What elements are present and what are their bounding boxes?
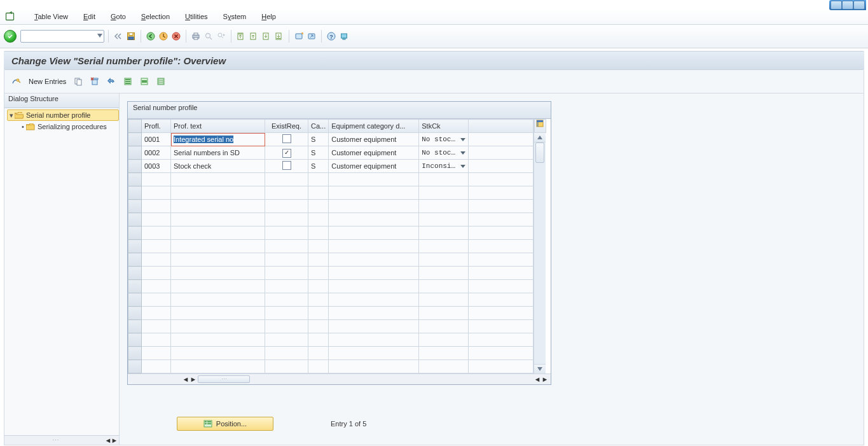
prev-page-icon[interactable]	[248, 31, 259, 42]
scroll-left-icon[interactable]: ◄	[105, 437, 111, 443]
print-icon[interactable]	[190, 31, 202, 42]
menu-utilities[interactable]: Utilities	[185, 13, 207, 20]
undo-icon[interactable]	[106, 76, 117, 87]
cell-cat[interactable]: S	[308, 160, 329, 173]
find-icon[interactable]	[203, 31, 214, 42]
empty-cell[interactable]	[142, 240, 171, 253]
empty-cell[interactable]	[469, 320, 534, 333]
col-eqcatdesc[interactable]: Equipment category d...	[329, 120, 419, 133]
row-selector[interactable]	[128, 146, 142, 160]
row-selector[interactable]	[128, 160, 142, 173]
empty-cell[interactable]	[419, 240, 469, 253]
empty-cell[interactable]	[265, 320, 308, 333]
empty-cell[interactable]	[329, 253, 419, 267]
menu-edit[interactable]: Edit	[83, 13, 95, 20]
new-entries-button[interactable]: New Entries	[29, 78, 66, 85]
new-session-icon[interactable]	[293, 31, 305, 42]
row-selector[interactable]	[128, 133, 142, 146]
empty-cell[interactable]	[469, 347, 534, 360]
empty-cell[interactable]	[171, 240, 265, 253]
empty-cell[interactable]	[419, 347, 469, 360]
empty-cell[interactable]	[419, 333, 469, 347]
empty-cell[interactable]	[419, 307, 469, 320]
empty-cell[interactable]	[469, 240, 534, 253]
empty-cell[interactable]	[142, 280, 171, 293]
empty-cell[interactable]	[469, 186, 534, 200]
tree-node-serial-number-profile[interactable]: ▾ Serial number profile	[7, 109, 119, 121]
row-selector[interactable]	[128, 280, 142, 293]
collapse-icon[interactable]: ▾	[8, 111, 15, 120]
empty-cell[interactable]	[308, 213, 329, 226]
empty-cell[interactable]	[329, 320, 419, 333]
empty-cell[interactable]	[265, 333, 308, 347]
empty-cell[interactable]	[419, 293, 469, 307]
empty-cell[interactable]	[265, 173, 308, 186]
exit-icon[interactable]	[158, 31, 169, 42]
empty-cell[interactable]	[308, 320, 329, 333]
chevron-down-icon[interactable]	[460, 138, 465, 141]
empty-cell[interactable]	[308, 226, 329, 240]
scroll-thumb[interactable]	[535, 143, 544, 163]
empty-cell[interactable]	[469, 333, 534, 347]
find-next-icon[interactable]	[216, 31, 227, 42]
empty-cell[interactable]	[171, 173, 265, 186]
empty-cell[interactable]	[329, 213, 419, 226]
position-button[interactable]: Position...	[177, 417, 273, 431]
last-page-icon[interactable]	[273, 31, 285, 42]
empty-cell[interactable]	[171, 360, 265, 373]
row-selector[interactable]	[128, 307, 142, 320]
tree-hscroll[interactable]: ⋯ ◄ ►	[4, 435, 119, 445]
cell-stkck[interactable]: Inconsi…	[419, 160, 469, 173]
empty-cell[interactable]	[265, 347, 308, 360]
empty-cell[interactable]	[308, 200, 329, 213]
cell-profl[interactable]: 0002	[142, 146, 171, 160]
scroll-up-icon[interactable]	[534, 133, 546, 143]
close-button[interactable]	[853, 1, 865, 10]
empty-cell[interactable]	[171, 307, 265, 320]
help-icon[interactable]: ?	[326, 31, 337, 42]
empty-cell[interactable]	[308, 360, 329, 373]
empty-cell[interactable]	[308, 293, 329, 307]
empty-cell[interactable]	[329, 333, 419, 347]
empty-cell[interactable]	[419, 200, 469, 213]
cell-cat[interactable]: S	[308, 146, 329, 160]
col-existreq[interactable]: ExistReq.	[265, 120, 308, 133]
cell-existreq[interactable]	[265, 160, 308, 173]
col-profl[interactable]: Profl.	[142, 120, 171, 133]
empty-cell[interactable]	[171, 213, 265, 226]
scroll-right-icon[interactable]: ►	[111, 437, 118, 443]
empty-cell[interactable]	[329, 360, 419, 373]
empty-cell[interactable]	[171, 253, 265, 267]
empty-cell[interactable]	[265, 186, 308, 200]
empty-cell[interactable]	[142, 173, 171, 186]
empty-cell[interactable]	[419, 213, 469, 226]
delete-icon[interactable]	[89, 76, 100, 87]
checkbox[interactable]	[282, 161, 291, 170]
back-chevrons-icon[interactable]	[113, 31, 124, 42]
copy-icon[interactable]	[72, 76, 84, 87]
col-proftext[interactable]: Prof. text	[171, 120, 265, 133]
menu-help[interactable]: Help	[261, 13, 276, 20]
maximize-button[interactable]	[842, 1, 853, 10]
empty-cell[interactable]	[419, 320, 469, 333]
scroll-left-end-icon[interactable]: ◄	[534, 376, 541, 382]
empty-cell[interactable]	[419, 253, 469, 267]
cancel-icon[interactable]	[170, 31, 182, 42]
empty-cell[interactable]	[265, 293, 308, 307]
empty-cell[interactable]	[308, 280, 329, 293]
col-stkck[interactable]: StkCk	[419, 120, 469, 133]
empty-cell[interactable]	[469, 226, 534, 240]
menu-goto[interactable]: Goto	[111, 13, 126, 20]
cell-stkck[interactable]: No stoc…	[419, 133, 469, 146]
row-selector[interactable]	[128, 253, 142, 267]
row-selector[interactable]	[128, 213, 142, 226]
empty-cell[interactable]	[171, 293, 265, 307]
cell-profl[interactable]: 0001	[142, 133, 171, 146]
scroll-right-icon[interactable]: ►	[190, 376, 196, 382]
empty-cell[interactable]	[171, 320, 265, 333]
first-page-icon[interactable]	[235, 31, 247, 42]
empty-cell[interactable]	[469, 307, 534, 320]
empty-cell[interactable]	[469, 280, 534, 293]
empty-cell[interactable]	[419, 186, 469, 200]
shortcut-icon[interactable]	[306, 31, 317, 42]
